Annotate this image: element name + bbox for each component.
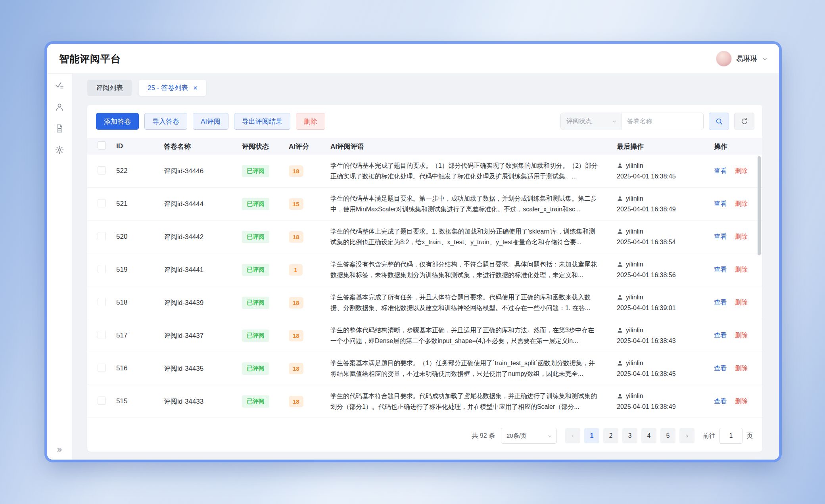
status-badge: 已评阅 — [242, 231, 269, 243]
column-header: ID — [112, 142, 159, 150]
delete-link[interactable]: 删除 — [735, 299, 748, 306]
toolbar-button-4[interactable]: 导出评阅结果 — [234, 113, 290, 130]
tab-1[interactable]: 评阅列表 — [87, 80, 132, 96]
operator-name: yilinlin — [626, 325, 643, 335]
page-button-4[interactable]: 4 — [641, 428, 656, 443]
filters: 评阅状态 — [560, 113, 754, 130]
row-checkbox[interactable] — [98, 265, 106, 273]
operation-time: 2025-04-01 16:38:54 — [617, 237, 711, 247]
goto-page-input[interactable] — [719, 428, 742, 444]
user-icon — [617, 393, 623, 399]
user-icon — [617, 228, 623, 235]
delete-link[interactable]: 删除 — [735, 332, 748, 339]
document-icon[interactable] — [55, 124, 64, 133]
view-link[interactable]: 查看 — [714, 266, 727, 273]
chevron-down-icon — [612, 119, 617, 124]
ai-comment: 学生的代码基本满足题目要求。第一步中，成功加载了数据，并划分成训练集和测试集。第… — [330, 193, 600, 215]
score-badge: 18 — [289, 297, 303, 309]
tab-2[interactable]: 25 - 答卷列表× — [139, 80, 206, 96]
operator-name: yilinlin — [626, 193, 643, 204]
pager: ‹ 12345 › — [565, 428, 695, 443]
scrollbar-thumb[interactable] — [758, 156, 761, 255]
table-row: 519评阅id-34441已评阅1学生答案没有包含完整的代码，仅有部分结构，不符… — [87, 253, 762, 286]
search-icon — [715, 117, 723, 125]
chevron-down-icon — [762, 56, 768, 62]
row-checkbox[interactable] — [98, 232, 106, 240]
user-icon — [617, 360, 623, 366]
operator: yilinlin — [617, 358, 711, 368]
tab-label: 评阅列表 — [96, 83, 123, 92]
page-button-1[interactable]: 1 — [584, 428, 599, 443]
view-link[interactable]: 查看 — [714, 365, 727, 372]
user-menu[interactable]: 易琳琳 — [716, 51, 768, 67]
page-size-value: 20条/页 — [507, 432, 527, 440]
row-id: 521 — [116, 200, 127, 207]
toolbar-button-2[interactable]: 导入答卷 — [144, 113, 187, 130]
toolbar-buttons: 添加答卷导入答卷AI评阅导出评阅结果删除 — [96, 113, 325, 130]
select-all-checkbox[interactable] — [98, 141, 106, 149]
view-link[interactable]: 查看 — [714, 299, 727, 306]
table-row: 522评阅id-34446已评阅18学生的代码基本完成了题目的要求。（1）部分代… — [87, 155, 762, 188]
delete-link[interactable]: 删除 — [735, 233, 748, 240]
row-checkbox[interactable] — [98, 331, 106, 339]
delete-link[interactable]: 删除 — [735, 398, 748, 404]
row-checkbox[interactable] — [98, 397, 106, 405]
operator: yilinlin — [617, 160, 711, 171]
page-button-3[interactable]: 3 — [622, 428, 637, 443]
row-checkbox[interactable] — [98, 166, 106, 174]
view-link[interactable]: 查看 — [714, 167, 727, 174]
row-checkbox[interactable] — [98, 364, 106, 372]
chevron-double-right-icon[interactable]: » — [57, 445, 62, 454]
column-header: 答卷名称 — [159, 142, 239, 151]
refresh-button[interactable] — [734, 113, 754, 130]
main-content: 评阅列表25 - 答卷列表× 添加答卷导入答卷AI评阅导出评阅结果删除 评阅状态 — [72, 74, 779, 460]
status-badge: 已评阅 — [242, 198, 269, 210]
page-size-select[interactable]: 20条/页 — [501, 428, 557, 444]
search-button[interactable] — [709, 113, 729, 130]
view-link[interactable]: 查看 — [714, 398, 727, 404]
row-id: 515 — [116, 397, 127, 405]
name-search-input[interactable] — [622, 113, 703, 130]
close-icon[interactable]: × — [193, 84, 198, 92]
user-icon[interactable] — [55, 102, 64, 112]
view-link[interactable]: 查看 — [714, 200, 727, 207]
table-row: 518评阅id-34439已评阅18学生答案基本完成了所有任务，并且大体符合题目… — [87, 286, 762, 319]
operation-time: 2025-04-01 16:38:43 — [617, 335, 711, 346]
table-scrollbar — [758, 156, 761, 416]
total-count: 共 92 条 — [472, 432, 495, 440]
delete-link[interactable]: 删除 — [735, 167, 748, 174]
score-badge: 18 — [289, 165, 303, 177]
next-page-icon[interactable]: › — [679, 428, 695, 443]
row-checkbox[interactable] — [98, 298, 106, 306]
operation-time: 2025-04-01 16:38:56 — [617, 270, 711, 280]
row-name: 评阅id-34446 — [164, 167, 203, 175]
settings-icon[interactable] — [55, 145, 64, 155]
page-button-2[interactable]: 2 — [603, 428, 618, 443]
window-body: » 评阅列表25 - 答卷列表× 添加答卷导入答卷AI评阅导出评阅结果删除 评阅… — [47, 74, 779, 460]
view-link[interactable]: 查看 — [714, 332, 727, 339]
operation-time: 2025-04-01 16:39:01 — [617, 303, 711, 313]
operator-name: yilinlin — [626, 226, 643, 237]
toolbar: 添加答卷导入答卷AI评阅导出评阅结果删除 评阅状态 — [87, 110, 762, 138]
toolbar-button-5[interactable]: 删除 — [296, 113, 325, 130]
pagination: 共 92 条 20条/页 ‹ 12345 › 前往 — [87, 422, 762, 452]
toolbar-button-1[interactable]: 添加答卷 — [96, 113, 139, 130]
delete-link[interactable]: 删除 — [735, 266, 748, 273]
operator-name: yilinlin — [626, 259, 643, 270]
prev-page-icon[interactable]: ‹ — [565, 428, 580, 443]
review-list-icon[interactable] — [55, 81, 64, 90]
user-icon — [617, 195, 623, 202]
row-checkbox[interactable] — [98, 199, 106, 207]
operator-name: yilinlin — [626, 292, 643, 303]
row-name: 评阅id-34442 — [164, 233, 203, 241]
page-button-5[interactable]: 5 — [660, 428, 675, 443]
delete-link[interactable]: 删除 — [735, 200, 748, 207]
score-badge: 1 — [289, 264, 303, 276]
view-link[interactable]: 查看 — [714, 233, 727, 240]
toolbar-button-3[interactable]: AI评阅 — [193, 113, 228, 130]
status-select[interactable]: 评阅状态 — [561, 113, 622, 130]
delete-link[interactable]: 删除 — [735, 365, 748, 372]
column-header: 评阅状态 — [239, 142, 286, 151]
refresh-icon — [741, 117, 748, 125]
operator-name: yilinlin — [626, 160, 643, 171]
